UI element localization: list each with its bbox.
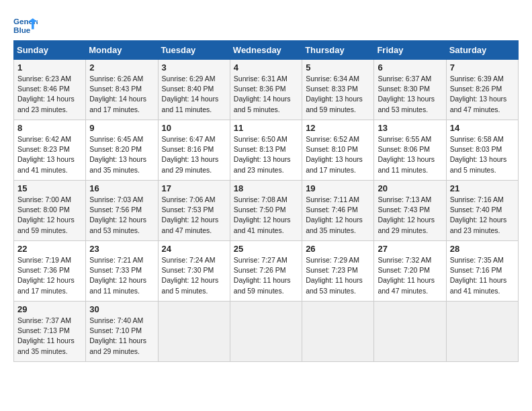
day-detail: Sunrise: 6:34 AMSunset: 8:33 PMDaylight:… (306, 74, 370, 115)
day-detail: Sunrise: 7:37 AMSunset: 7:13 PMDaylight:… (17, 316, 82, 357)
day-cell-21: 21Sunrise: 7:16 AMSunset: 7:40 PMDayligh… (446, 181, 518, 241)
day-detail: Sunrise: 7:27 AMSunset: 7:26 PMDaylight:… (234, 255, 298, 296)
day-number: 2 (89, 62, 154, 73)
day-number: 16 (89, 183, 154, 193)
day-number: 20 (378, 183, 442, 193)
day-detail: Sunrise: 7:24 AMSunset: 7:30 PMDaylight:… (162, 255, 226, 296)
day-detail: Sunrise: 6:52 AMSunset: 8:10 PMDaylight:… (306, 134, 370, 175)
day-number: 29 (17, 304, 82, 314)
day-number: 26 (306, 244, 370, 254)
day-number: 24 (162, 244, 226, 254)
day-cell-26: 26Sunrise: 7:29 AMSunset: 7:23 PMDayligh… (302, 241, 374, 302)
day-cell-29: 29Sunrise: 7:37 AMSunset: 7:13 PMDayligh… (14, 302, 86, 362)
day-cell-6: 6Sunrise: 6:37 AMSunset: 8:30 PMDaylight… (374, 60, 446, 120)
day-detail: Sunrise: 6:55 AMSunset: 8:06 PMDaylight:… (378, 134, 442, 175)
svg-text:Blue: Blue (13, 26, 31, 34)
day-number: 21 (450, 183, 515, 193)
day-detail: Sunrise: 7:00 AMSunset: 8:00 PMDaylight:… (17, 195, 82, 236)
day-detail: Sunrise: 6:29 AMSunset: 8:40 PMDaylight:… (162, 74, 226, 115)
day-cell-5: 5Sunrise: 6:34 AMSunset: 8:33 PMDaylight… (302, 60, 374, 120)
empty-cell (158, 302, 230, 362)
day-detail: Sunrise: 6:58 AMSunset: 8:03 PMDaylight:… (450, 134, 515, 175)
day-cell-25: 25Sunrise: 7:27 AMSunset: 7:26 PMDayligh… (230, 241, 302, 302)
day-detail: Sunrise: 6:31 AMSunset: 8:36 PMDaylight:… (234, 74, 298, 115)
day-cell-27: 27Sunrise: 7:32 AMSunset: 7:20 PMDayligh… (374, 241, 446, 302)
day-number: 5 (306, 62, 370, 73)
day-number: 4 (234, 62, 298, 73)
col-header-tuesday: Tuesday (158, 41, 230, 60)
day-cell-28: 28Sunrise: 7:35 AMSunset: 7:16 PMDayligh… (446, 241, 518, 302)
day-detail: Sunrise: 6:47 AMSunset: 8:16 PMDaylight:… (162, 134, 226, 175)
col-header-saturday: Saturday (446, 41, 518, 60)
day-detail: Sunrise: 7:03 AMSunset: 7:56 PMDaylight:… (89, 195, 154, 236)
col-header-wednesday: Wednesday (230, 41, 302, 60)
day-detail: Sunrise: 7:35 AMSunset: 7:16 PMDaylight:… (450, 255, 515, 296)
day-detail: Sunrise: 7:29 AMSunset: 7:23 PMDaylight:… (306, 255, 370, 296)
day-number: 25 (234, 244, 298, 254)
day-number: 10 (162, 123, 226, 133)
day-cell-20: 20Sunrise: 7:13 AMSunset: 7:43 PMDayligh… (374, 181, 446, 241)
day-number: 17 (162, 183, 226, 193)
day-cell-3: 3Sunrise: 6:29 AMSunset: 8:40 PMDaylight… (158, 60, 230, 120)
day-detail: Sunrise: 7:13 AMSunset: 7:43 PMDaylight:… (378, 195, 442, 236)
day-detail: Sunrise: 6:50 AMSunset: 8:13 PMDaylight:… (234, 134, 298, 175)
day-detail: Sunrise: 7:06 AMSunset: 7:53 PMDaylight:… (162, 195, 226, 236)
empty-cell (302, 302, 374, 362)
day-number: 22 (17, 244, 82, 254)
day-number: 7 (450, 62, 515, 73)
day-cell-11: 11Sunrise: 6:50 AMSunset: 8:13 PMDayligh… (230, 120, 302, 181)
col-header-friday: Friday (374, 41, 446, 60)
day-detail: Sunrise: 7:16 AMSunset: 7:40 PMDaylight:… (450, 195, 515, 236)
day-cell-30: 30Sunrise: 7:40 AMSunset: 7:10 PMDayligh… (86, 302, 158, 362)
logo: General Blue (13, 13, 39, 38)
day-cell-4: 4Sunrise: 6:31 AMSunset: 8:36 PMDaylight… (230, 60, 302, 120)
day-cell-23: 23Sunrise: 7:21 AMSunset: 7:33 PMDayligh… (86, 241, 158, 302)
day-detail: Sunrise: 7:11 AMSunset: 7:46 PMDaylight:… (306, 195, 370, 236)
day-number: 23 (89, 244, 154, 254)
col-header-thursday: Thursday (302, 41, 374, 60)
calendar-table: SundayMondayTuesdayWednesdayThursdayFrid… (13, 40, 519, 362)
day-number: 9 (89, 123, 154, 133)
day-detail: Sunrise: 6:39 AMSunset: 8:26 PMDaylight:… (450, 74, 515, 115)
day-number: 27 (378, 244, 442, 254)
day-number: 12 (306, 123, 370, 133)
day-number: 6 (378, 62, 442, 73)
day-number: 19 (306, 183, 370, 193)
day-number: 15 (17, 183, 82, 193)
col-header-monday: Monday (86, 41, 158, 60)
day-detail: Sunrise: 6:42 AMSunset: 8:23 PMDaylight:… (17, 134, 82, 175)
day-detail: Sunrise: 7:19 AMSunset: 7:36 PMDaylight:… (17, 255, 82, 296)
day-cell-24: 24Sunrise: 7:24 AMSunset: 7:30 PMDayligh… (158, 241, 230, 302)
day-cell-2: 2Sunrise: 6:26 AMSunset: 8:43 PMDaylight… (86, 60, 158, 120)
day-number: 18 (234, 183, 298, 193)
empty-cell (230, 302, 302, 362)
day-cell-17: 17Sunrise: 7:06 AMSunset: 7:53 PMDayligh… (158, 181, 230, 241)
day-cell-15: 15Sunrise: 7:00 AMSunset: 8:00 PMDayligh… (14, 181, 86, 241)
day-number: 11 (234, 123, 298, 133)
day-cell-13: 13Sunrise: 6:55 AMSunset: 8:06 PMDayligh… (374, 120, 446, 181)
day-cell-22: 22Sunrise: 7:19 AMSunset: 7:36 PMDayligh… (14, 241, 86, 302)
day-cell-7: 7Sunrise: 6:39 AMSunset: 8:26 PMDaylight… (446, 60, 518, 120)
day-detail: Sunrise: 7:32 AMSunset: 7:20 PMDaylight:… (378, 255, 442, 296)
day-number: 1 (17, 62, 82, 73)
day-detail: Sunrise: 6:45 AMSunset: 8:20 PMDaylight:… (89, 134, 154, 175)
empty-cell (446, 302, 518, 362)
day-cell-12: 12Sunrise: 6:52 AMSunset: 8:10 PMDayligh… (302, 120, 374, 181)
day-number: 8 (17, 123, 82, 133)
day-number: 13 (378, 123, 442, 133)
day-cell-16: 16Sunrise: 7:03 AMSunset: 7:56 PMDayligh… (86, 181, 158, 241)
logo-icon: General Blue (13, 13, 38, 38)
day-number: 3 (162, 62, 226, 73)
day-cell-10: 10Sunrise: 6:47 AMSunset: 8:16 PMDayligh… (158, 120, 230, 181)
day-detail: Sunrise: 7:21 AMSunset: 7:33 PMDaylight:… (89, 255, 154, 296)
day-detail: Sunrise: 6:26 AMSunset: 8:43 PMDaylight:… (89, 74, 154, 115)
day-detail: Sunrise: 6:23 AMSunset: 8:46 PMDaylight:… (17, 74, 82, 115)
day-number: 28 (450, 244, 515, 254)
day-cell-18: 18Sunrise: 7:08 AMSunset: 7:50 PMDayligh… (230, 181, 302, 241)
day-cell-14: 14Sunrise: 6:58 AMSunset: 8:03 PMDayligh… (446, 120, 518, 181)
day-cell-1: 1Sunrise: 6:23 AMSunset: 8:46 PMDaylight… (14, 60, 86, 120)
day-cell-9: 9Sunrise: 6:45 AMSunset: 8:20 PMDaylight… (86, 120, 158, 181)
day-detail: Sunrise: 6:37 AMSunset: 8:30 PMDaylight:… (378, 74, 442, 115)
day-detail: Sunrise: 7:40 AMSunset: 7:10 PMDaylight:… (89, 316, 154, 357)
day-detail: Sunrise: 7:08 AMSunset: 7:50 PMDaylight:… (234, 195, 298, 236)
